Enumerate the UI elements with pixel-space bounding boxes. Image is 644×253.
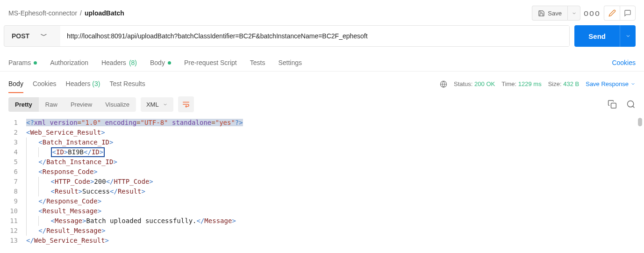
save-response-button[interactable]: Save Response — [586, 80, 636, 87]
code-line: </Web_Service_Result> — [26, 236, 109, 246]
resp-tab-headers-count: (3) — [92, 80, 100, 87]
view-tab-raw[interactable]: Raw — [39, 97, 64, 112]
size-value: 432 B — [563, 80, 579, 87]
status-label: Status: 200 OK — [454, 80, 495, 87]
url-input[interactable] — [60, 26, 569, 46]
search-button[interactable] — [626, 100, 636, 109]
save-button[interactable]: Save — [532, 6, 567, 21]
line-number: 6 — [0, 167, 26, 177]
line-number: 13 — [0, 236, 26, 246]
line-number: 9 — [0, 196, 26, 206]
send-dropdown-button[interactable] — [620, 25, 636, 47]
send-button[interactable]: Send — [574, 25, 620, 47]
status-value: 200 OK — [474, 80, 495, 87]
resp-tab-body[interactable]: Body — [8, 75, 23, 93]
chevron-down-icon — [163, 102, 168, 107]
comment-icon — [624, 9, 631, 17]
svg-point-5 — [628, 101, 634, 107]
code-line: <Result_Message> — [26, 206, 101, 216]
tab-authorization[interactable]: Authorization — [50, 54, 88, 71]
tab-params[interactable]: Params — [8, 54, 37, 71]
line-number: 8 — [0, 187, 26, 196]
http-method-value: POST — [12, 32, 29, 40]
pencil-icon — [608, 9, 616, 17]
tab-tests[interactable]: Tests — [250, 54, 265, 71]
format-value: XML — [146, 101, 159, 108]
save-icon — [538, 10, 545, 17]
code-line: <?xml version="1.0" encoding="UTF-8" sta… — [26, 118, 243, 128]
edit-button[interactable] — [604, 6, 620, 21]
copy-button[interactable] — [608, 100, 617, 109]
wrap-lines-button[interactable] — [178, 96, 194, 112]
resp-tab-headers-label: Headers — [66, 80, 91, 87]
view-tab-visualize[interactable]: Visualize — [99, 97, 136, 112]
line-number: 10 — [0, 206, 26, 216]
code-line: </Result_Message> — [26, 226, 106, 236]
line-number: 11 — [0, 216, 26, 226]
chevron-down-icon — [630, 81, 636, 87]
more-actions-button[interactable]: ooo — [584, 6, 600, 21]
code-line: <Batch_Instance_ID> — [26, 137, 113, 147]
request-bar: POST ﹀ — [4, 25, 570, 47]
code-line: <ID>BI9B</ID> — [26, 147, 105, 157]
save-dropdown-button[interactable] — [567, 6, 580, 21]
code-line: <Message>Batch uploaded successfully.</M… — [26, 216, 236, 226]
view-tab-pretty[interactable]: Pretty — [8, 97, 39, 112]
breadcrumb-separator: / — [80, 9, 82, 17]
tab-prerequest[interactable]: Pre-request Script — [184, 54, 237, 71]
chevron-down-icon — [625, 33, 631, 39]
format-select[interactable]: XML — [141, 97, 173, 112]
view-tab-preview[interactable]: Preview — [64, 97, 99, 112]
code-line: <Web_Service_Result> — [26, 128, 105, 137]
code-line: <HTTP_Code>200</HTTP_Code> — [26, 177, 153, 187]
line-number: 7 — [0, 177, 26, 187]
chevron-down-icon — [572, 11, 577, 16]
breadcrumb-parent[interactable]: MS-Ephesoft-connector — [8, 9, 77, 17]
svg-line-6 — [633, 106, 635, 108]
svg-rect-4 — [611, 103, 616, 108]
code-line: <Response_Code> — [26, 167, 98, 177]
scrollbar-thumb[interactable] — [638, 118, 642, 126]
save-response-label: Save Response — [586, 80, 629, 87]
line-number: 12 — [0, 226, 26, 236]
code-line: </Response_Code> — [26, 196, 101, 206]
resp-tab-headers[interactable]: Headers (3) — [66, 75, 100, 93]
tab-headers-label: Headers — [101, 59, 126, 66]
chevron-down-icon: ﹀ — [41, 32, 47, 40]
tab-headers[interactable]: Headers (8) — [101, 54, 137, 71]
line-number: 5 — [0, 157, 26, 167]
time-label: Time: 1229 ms — [501, 80, 542, 87]
wrap-icon — [182, 100, 190, 108]
tab-headers-count: (8) — [129, 59, 137, 66]
tab-body[interactable]: Body — [150, 54, 171, 71]
breadcrumb-current: uploadBatch — [85, 9, 124, 17]
resp-tab-test-results[interactable]: Test Results — [109, 75, 145, 93]
active-dot-icon — [34, 61, 37, 65]
cookies-link[interactable]: Cookies — [612, 59, 636, 66]
line-number: 1 — [0, 118, 26, 128]
time-value: 1229 ms — [518, 80, 542, 87]
breadcrumb: MS-Ephesoft-connector / uploadBatch — [8, 9, 124, 17]
highlighted-id: <ID>BI9B</ID> — [51, 147, 105, 157]
tab-settings[interactable]: Settings — [278, 54, 302, 71]
size-label: Size: 432 B — [548, 80, 580, 87]
save-button-label: Save — [548, 10, 562, 17]
code-line: </Batch_Instance_ID> — [26, 157, 117, 167]
resp-tab-cookies[interactable]: Cookies — [33, 75, 57, 93]
code-line: <Result>Success</Result> — [26, 187, 145, 196]
line-number: 2 — [0, 128, 26, 137]
line-number: 3 — [0, 137, 26, 147]
tab-params-label: Params — [8, 59, 31, 66]
globe-icon[interactable] — [440, 80, 447, 88]
line-number: 4 — [0, 147, 26, 157]
http-method-select[interactable]: POST ﹀ — [4, 26, 60, 46]
active-dot-icon — [168, 61, 171, 65]
tab-body-label: Body — [150, 59, 165, 66]
comments-button[interactable] — [620, 6, 636, 21]
response-body-viewer[interactable]: 1<?xml version="1.0" encoding="UTF-8" st… — [0, 116, 644, 253]
